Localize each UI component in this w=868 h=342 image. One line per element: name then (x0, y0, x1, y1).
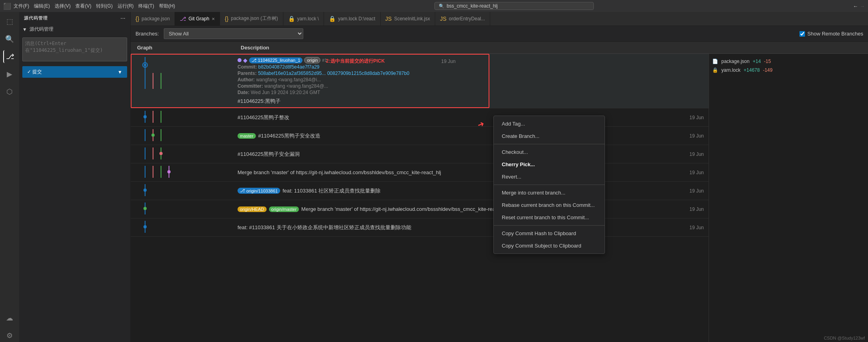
graph-and-details: ◆ ⎇ 11046225_liruohan_1 origin #1 (131, 54, 868, 342)
commit-text-2: #11046225黑鸭子整改 (238, 114, 289, 120)
activity-explorer[interactable]: ⬚ (3, 15, 16, 28)
commit-row-7[interactable]: origin/HEAD origin/master Merge branch '… (131, 200, 709, 218)
commit-hash-row: Commit: b82b040872d8f5e4ae7f7a29 (238, 64, 409, 70)
menu-file[interactable]: 文件(F) (14, 3, 29, 10)
graph-lines-8 (137, 221, 233, 233)
graph-lines-7 (137, 202, 233, 214)
context-menu-create-branch[interactable]: Create Branch... (494, 130, 605, 142)
sidebar-title: 源代码管理 (24, 15, 48, 21)
context-menu-copy-hash[interactable]: Copy Commit Hash to Clipboard (494, 227, 605, 240)
tab-package-json[interactable]: {} package.json (131, 12, 175, 26)
commit-row-1[interactable]: ◆ ⎇ 11046225_liruohan_1 origin #1 (131, 54, 709, 108)
activity-settings[interactable]: ⚙ (3, 329, 16, 342)
show-remote-checkbox[interactable] (799, 31, 805, 37)
menu-edit[interactable]: 编辑(E) (34, 3, 50, 10)
context-menu: Add Tag... Create Branch... Checkout... … (493, 116, 605, 254)
file-change-package-json: 📄 package.json +14 -15 (712, 57, 865, 66)
tab-git-graph[interactable]: ⎇ Git Graph ✕ (175, 12, 220, 26)
tab-icon-order: JS (440, 16, 446, 22)
context-menu-checkout[interactable]: Checkout... (494, 146, 605, 158)
commit-row-3[interactable]: master #11046225黑鸭子安全改造 19 Jun (131, 127, 709, 145)
branch-badge-origin-head: origin/HEAD (238, 206, 267, 212)
activity-remote[interactable]: ☁ (3, 312, 16, 324)
commit-parents-row: Parents: 508abef16e01a2af365852d95... 00… (238, 71, 409, 76)
commit-hash-link[interactable]: b82b040872d8f5e4ae7f7a29 (258, 64, 320, 70)
sidebar-section: ▼ 源代码管理 (19, 24, 130, 34)
context-menu-copy-subject[interactable]: Copy Commit Subject to Clipboard (494, 240, 605, 252)
commit-row-2[interactable]: #11046225黑鸭子整改 19 Jun (131, 108, 709, 127)
commit-row-6[interactable]: ⎇ origin/11033861 feat: 11033861 社区矫正成员查… (131, 182, 709, 200)
forward-button[interactable]: → (860, 3, 865, 9)
sidebar-more-button[interactable]: ··· (121, 16, 126, 21)
menu-bar[interactable]: 文件(F) 编辑(E) 选择(V) 查看(V) 转到(G) 运行(R) 终端(T… (14, 3, 175, 10)
commit-date-5: 19 Jun (661, 168, 709, 177)
tab-close-git-graph[interactable]: ✕ (212, 17, 215, 21)
search-box[interactable]: 🔍 bss_cmcc_kite-react_hlj (434, 2, 594, 10)
date-label: Date: (238, 90, 249, 95)
context-menu-revert[interactable]: Revert... (494, 171, 605, 183)
sidebar-header: 源代码管理 ··· (19, 12, 130, 24)
tab-icon-yarn: 🔒 (288, 16, 295, 22)
tab-package-json-work[interactable]: {} package.json (工作树) (220, 12, 283, 26)
col-header-description: Description (241, 45, 814, 51)
menu-select[interactable]: 选择(V) (55, 3, 71, 10)
menu-goto[interactable]: 转到(G) (96, 3, 112, 10)
file-name-yarn: yarn.lock (721, 67, 740, 73)
commit-row-8[interactable]: feat: #11033861 关于在小矫政企系统中新增社区矫正成员查找批量删除… (131, 218, 709, 237)
parent-hash-2[interactable]: 00827909b1215c8d8dab7e909e787b0 (327, 71, 409, 76)
context-menu-add-tag[interactable]: Add Tag... (494, 118, 605, 130)
back-button[interactable]: ← (853, 3, 858, 9)
menu-view[interactable]: 查看(V) (75, 3, 91, 10)
chevron-down-icon-commit[interactable]: ▼ (118, 69, 122, 75)
commit-date-2: 19 Jun (661, 113, 709, 122)
parent-hash-1[interactable]: 508abef16e01a2af365852d95... (258, 71, 326, 76)
menu-run[interactable]: 运行(R) (118, 3, 134, 10)
graph-header: Graph Description (131, 42, 868, 54)
sidebar-section-label: 源代码管理 (29, 26, 53, 33)
branches-select[interactable]: Show All master origin/HEAD origin/maste… (164, 28, 303, 39)
activity-run[interactable]: ▶ (3, 68, 16, 81)
branch-badge-11033861: ⎇ origin/11033861 (238, 188, 280, 194)
commit-graph-col-8 (131, 221, 234, 234)
file-icon-yarn: 🔒 (712, 67, 718, 73)
tab-icon-scene: JS (385, 16, 392, 22)
commit-dot-1 (238, 58, 242, 62)
commit-date-8: 19 Jun (661, 223, 709, 232)
commit-date-4: 19 Jun (661, 150, 709, 159)
context-menu-cherry-pick[interactable]: Cherry Pick... (494, 158, 605, 171)
commit-row-4[interactable]: #11046225黑鸭子安全漏洞 19 Jun (131, 145, 709, 163)
activity-search[interactable]: 🔍 (3, 33, 16, 45)
tab-order-entry[interactable]: JS orderEntryDeal... (435, 12, 490, 26)
context-menu-merge[interactable]: Merge into current branch... (494, 187, 605, 199)
menu-help[interactable]: 帮助(H) (159, 3, 175, 10)
commit-message-input[interactable] (22, 37, 127, 61)
menu-terminal[interactable]: 终端(T) (138, 3, 154, 10)
title-bar-center: 🔍 bss_cmcc_kite-react_hlj (177, 2, 850, 10)
commit-committer-row: Committer: wangfang <wang.fang284@... (238, 83, 409, 89)
tab-label-yarn-d: yarn.lock D:\react (338, 16, 375, 22)
tab-yarn-lock-d[interactable]: 🔒 yarn.lock D:\react (324, 12, 380, 26)
committer-label: Committer: (238, 83, 263, 89)
branches-bar: Branches: Show All master origin/HEAD or… (131, 26, 868, 42)
commit-number-1: #1 (322, 58, 327, 63)
svg-point-25 (143, 207, 147, 210)
activity-source-control[interactable]: ⎇ (3, 50, 16, 63)
activity-extensions[interactable]: ⬡ (3, 85, 16, 98)
commit-date-7: 19 Jun (661, 205, 709, 214)
branch-name-6: origin/11033861 (246, 189, 278, 193)
search-value: bss_cmcc_kite-react_hlj (447, 3, 498, 9)
commit-text-7: Merge branch 'master' of https://git-nj.… (301, 206, 507, 212)
commit-button[interactable]: ✓ 提交 ▼ (22, 66, 127, 78)
separator-2 (494, 185, 605, 185)
commit-graph-col-7 (131, 202, 234, 216)
graph-lines-1 (137, 57, 233, 89)
commit-graph-col-6 (131, 184, 234, 197)
tab-yarn-lock[interactable]: 🔒 yarn.lock \ (283, 12, 324, 26)
file-del-yarn: -149 (763, 67, 772, 73)
svg-point-16 (159, 152, 163, 155)
commit-row-5[interactable]: Merge branch 'master' of https://git-nj.… (131, 163, 709, 182)
context-menu-reset[interactable]: Reset current branch to this Commit... (494, 211, 605, 224)
author-value: wangfang <wang.fang284@i... (256, 77, 321, 83)
context-menu-rebase[interactable]: Rebase current branch on this Commit... (494, 199, 605, 211)
tab-scene-init[interactable]: JS SceneInitLink.jsx (381, 12, 435, 26)
